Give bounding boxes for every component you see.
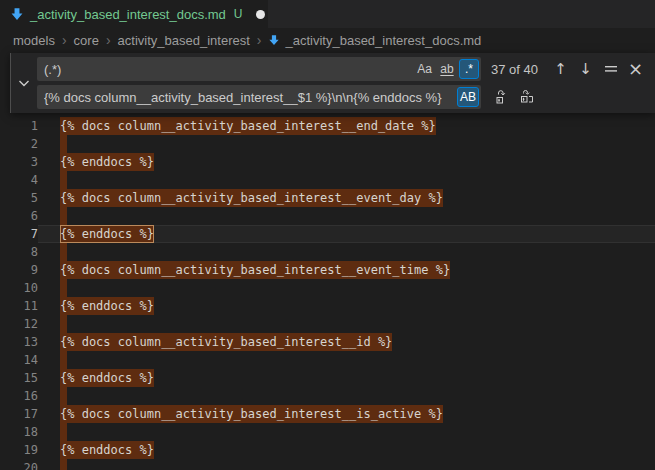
code-line[interactable]: 9{% docs column__activity_based_interest…	[0, 261, 655, 279]
line-number[interactable]: 10	[0, 279, 38, 297]
breadcrumb: models › core › activity_based_interest …	[0, 28, 655, 52]
find-match-highlight: {% enddocs %}	[60, 153, 154, 171]
line-content	[38, 171, 655, 189]
line-number[interactable]: 20	[0, 459, 38, 470]
breadcrumb-item-activity-based-interest[interactable]: activity_based_interest	[118, 33, 250, 48]
replace-input[interactable]: {% docs column__activity_based_interest_…	[37, 85, 481, 109]
find-match-highlight	[60, 387, 67, 405]
line-content	[38, 351, 655, 369]
line-content: {% docs column__activity_based_interest_…	[38, 405, 655, 423]
line-number[interactable]: 6	[0, 207, 38, 225]
code-line[interactable]: 2	[0, 135, 655, 153]
code-line[interactable]: 10	[0, 279, 655, 297]
toggle-replace-button[interactable]	[11, 57, 37, 109]
arrow-up-icon: ↑	[554, 60, 567, 78]
code-line[interactable]: 4	[0, 171, 655, 189]
preserve-case-button[interactable]: AB	[457, 87, 479, 107]
line-content	[38, 243, 655, 261]
code-line[interactable]: 12	[0, 315, 655, 333]
line-number[interactable]: 15	[0, 369, 38, 387]
breadcrumb-file-label: _activity_based_interest_docs.md	[285, 33, 481, 48]
line-content: {% docs column__activity_based_interest_…	[38, 117, 655, 135]
line-content	[38, 423, 655, 441]
next-match-button[interactable]: ↓	[574, 58, 597, 81]
unsaved-changes-dot[interactable]	[256, 10, 265, 19]
code-line[interactable]: 18	[0, 423, 655, 441]
line-content: {% enddocs %}	[38, 297, 655, 315]
replace-button[interactable]	[490, 86, 513, 109]
line-number[interactable]: 2	[0, 135, 38, 153]
match-case-button[interactable]: Aa	[414, 59, 435, 79]
replace-all-button[interactable]	[515, 86, 538, 109]
line-content: {% docs column__activity_based_interest_…	[38, 333, 655, 351]
find-match-highlight: {% enddocs %}	[60, 369, 154, 387]
code-line[interactable]: 17{% docs column__activity_based_interes…	[0, 405, 655, 423]
find-match-highlight	[60, 171, 67, 189]
line-number[interactable]: 8	[0, 243, 38, 261]
code-line[interactable]: 8	[0, 243, 655, 261]
find-match-highlight: {% enddocs %}	[60, 441, 154, 459]
code-line[interactable]: 16	[0, 387, 655, 405]
close-icon: ×	[628, 60, 643, 78]
code-line[interactable]: 15{% enddocs %}	[0, 369, 655, 387]
editor[interactable]: (.*) Aa ab .* 37 of 40 ↑ ↓	[0, 52, 655, 470]
selection-lines-icon	[604, 63, 618, 75]
code-line[interactable]: 5{% docs column__activity_based_interest…	[0, 189, 655, 207]
regex-button[interactable]: .*	[459, 59, 479, 79]
find-match-highlight: {% docs column__activity_based_interest_…	[60, 405, 443, 423]
find-match-highlight	[60, 279, 67, 297]
line-number[interactable]: 17	[0, 405, 38, 423]
code-line[interactable]: 7{% enddocs %}	[0, 225, 655, 243]
line-number[interactable]: 4	[0, 171, 38, 189]
code-line[interactable]: 20	[0, 459, 655, 470]
arrow-down-icon: ↓	[579, 60, 592, 78]
line-number[interactable]: 9	[0, 261, 38, 279]
line-content	[38, 207, 655, 225]
breadcrumb-item-core[interactable]: core	[74, 33, 99, 48]
find-match-highlight	[60, 351, 67, 369]
line-content: {% enddocs %}	[38, 153, 655, 171]
find-match-highlight	[60, 459, 67, 470]
code-line[interactable]: 14	[0, 351, 655, 369]
line-number[interactable]: 12	[0, 315, 38, 333]
code-area[interactable]: 1{% docs column__activity_based_interest…	[0, 117, 655, 470]
line-number[interactable]: 19	[0, 441, 38, 459]
tab-title: _activity_based_interest_docs.md	[30, 7, 226, 22]
line-number[interactable]: 1	[0, 117, 38, 135]
previous-match-button[interactable]: ↑	[549, 58, 572, 81]
code-line[interactable]: 1{% docs column__activity_based_interest…	[0, 117, 655, 135]
code-line[interactable]: 6	[0, 207, 655, 225]
breadcrumb-item-file[interactable]: _activity_based_interest_docs.md	[268, 33, 481, 48]
line-number[interactable]: 18	[0, 423, 38, 441]
line-number[interactable]: 14	[0, 351, 38, 369]
breadcrumb-separator: ›	[106, 33, 111, 47]
git-status-badge: U	[234, 7, 243, 21]
replace-all-icon	[519, 89, 535, 105]
find-match-highlight	[60, 207, 67, 225]
line-content: {% docs column__activity_based_interest_…	[38, 189, 655, 207]
code-line[interactable]: 3{% enddocs %}	[0, 153, 655, 171]
find-match-highlight	[60, 315, 67, 333]
line-number[interactable]: 3	[0, 153, 38, 171]
find-in-selection-button[interactable]	[599, 58, 622, 81]
markdown-down-arrow-icon	[10, 7, 24, 21]
line-number[interactable]: 11	[0, 297, 38, 315]
tab-active-file[interactable]: _activity_based_interest_docs.md U	[0, 0, 268, 28]
find-match-highlight: {% docs column__activity_based_interest_…	[60, 117, 436, 135]
find-match-highlight: {% docs column__activity_based_interest_…	[60, 261, 450, 279]
close-button[interactable]: ×	[624, 58, 647, 81]
line-number[interactable]: 5	[0, 189, 38, 207]
breadcrumb-item-models[interactable]: models	[13, 33, 55, 48]
code-line[interactable]: 13{% docs column__activity_based_interes…	[0, 333, 655, 351]
breadcrumb-separator: ›	[257, 33, 262, 47]
code-line[interactable]: 11{% enddocs %}	[0, 297, 655, 315]
code-line[interactable]: 19{% enddocs %}	[0, 441, 655, 459]
line-content: {% enddocs %}	[38, 225, 655, 243]
match-count: 37 of 40	[491, 62, 538, 77]
line-number[interactable]: 7	[0, 225, 38, 243]
whole-word-button[interactable]: ab	[437, 59, 457, 79]
find-match-highlight: {% docs column__activity_based_interest_…	[60, 333, 392, 351]
line-number[interactable]: 13	[0, 333, 38, 351]
find-input[interactable]: (.*) Aa ab .*	[37, 57, 481, 81]
line-number[interactable]: 16	[0, 387, 38, 405]
